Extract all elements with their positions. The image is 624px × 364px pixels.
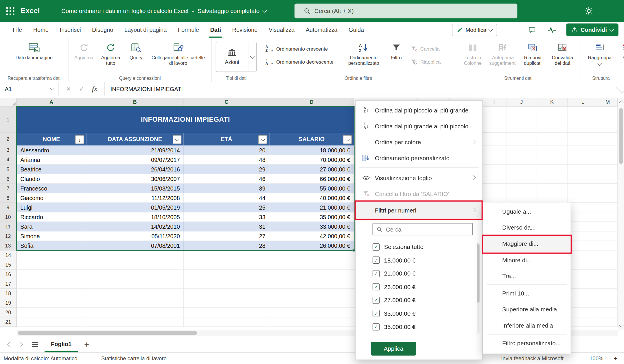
filter-list-scrollbar-thumb[interactable]	[477, 244, 480, 303]
cell-B11[interactable]: 14/02/2010	[86, 222, 184, 232]
submenu-item-tra[interactable]: Tra...	[483, 268, 571, 284]
cell-M16[interactable]	[598, 270, 618, 279]
filter-value-item[interactable]: 35.000,00 €	[373, 320, 475, 333]
checkbox-checked-icon[interactable]	[373, 323, 380, 330]
document-title[interactable]: Come ordinare i dati in un foglio di cal…	[61, 8, 266, 14]
cell-C7[interactable]: 39	[184, 184, 270, 193]
row-header-4[interactable]: 4	[0, 155, 17, 165]
row-header-8[interactable]: 8	[0, 193, 17, 203]
submenu-item-filtro-personalizzato[interactable]: Filtro personalizzato...	[483, 335, 571, 351]
cell-M20[interactable]	[598, 308, 618, 317]
cell-C13[interactable]: 28	[184, 241, 270, 251]
column-filter-button-salario[interactable]	[343, 135, 352, 144]
workbook-links-button[interactable]: Collegamenti alle cartelle di lavoro	[148, 40, 209, 67]
table-header-età[interactable]: ETÀ	[184, 133, 270, 145]
cell-L14[interactable]	[568, 251, 598, 260]
menu-number-filters[interactable]: Filtri per numeri	[356, 202, 482, 218]
cell-J3[interactable]	[507, 145, 537, 155]
cell-I7[interactable]	[481, 184, 507, 193]
next-sheet-icon[interactable]	[19, 342, 23, 347]
app-launcher-icon[interactable]	[6, 7, 14, 15]
cell-C10[interactable]: 33	[184, 213, 270, 222]
scroll-up-icon[interactable]	[619, 100, 624, 105]
cell-D3[interactable]: 18.000,00 €	[269, 145, 354, 155]
cell-K7[interactable]	[536, 184, 568, 193]
cell-L18[interactable]	[568, 289, 598, 298]
cell-D19[interactable]	[269, 298, 354, 308]
cell-B20[interactable]	[86, 308, 184, 317]
sort-descending-button[interactable]: ZA↓ Ordinamento decrescente	[264, 57, 343, 67]
cell-D11[interactable]: 33.000,00 €	[269, 222, 354, 232]
column-header-M[interactable]: M	[598, 98, 618, 106]
ribbon-tab-formule[interactable]: Formule	[172, 22, 205, 38]
cell-L7[interactable]	[568, 184, 598, 193]
cell-B12[interactable]: 05/11/2020	[86, 232, 184, 241]
settings-gear-icon[interactable]	[584, 6, 594, 16]
cell-D20[interactable]	[269, 308, 354, 317]
cell-L16[interactable]	[568, 270, 598, 279]
insert-function-icon[interactable]: fx	[92, 85, 97, 93]
submenu-item-diverso-da[interactable]: Diverso da...	[483, 219, 571, 236]
cell-C6[interactable]: 46	[184, 174, 270, 184]
cell-D4[interactable]: 70.000,00 €	[269, 155, 354, 165]
cell-M12[interactable]	[598, 232, 618, 241]
row-header-11[interactable]: 11	[0, 222, 17, 232]
confirm-entry-icon[interactable]: ✓	[79, 85, 84, 93]
cell-L13[interactable]	[568, 241, 598, 251]
cell-M9[interactable]	[598, 203, 618, 213]
cell-M5[interactable]	[598, 165, 618, 174]
cell-I2[interactable]	[481, 133, 507, 145]
cell-D12[interactable]: 42.000,00 €	[269, 232, 354, 241]
column-header-C[interactable]: C	[184, 98, 270, 106]
previous-sheet-icon[interactable]	[7, 342, 12, 347]
cell-K2[interactable]	[536, 133, 568, 145]
cell-A7[interactable]: Francesco	[17, 184, 86, 193]
cell-C17[interactable]	[184, 279, 270, 289]
cell-I4[interactable]	[481, 155, 507, 165]
menu-sort-descending[interactable]: ZA↓ Ordina dal più grande al più piccolo	[356, 118, 482, 134]
table-title-cell[interactable]: INFORMAZIONI IMPIEGATI	[17, 107, 354, 133]
cell-A9[interactable]: Luigi	[17, 203, 86, 213]
cell-B16[interactable]	[86, 270, 184, 279]
data-validation-button[interactable]: Convalida dei dati	[547, 40, 578, 67]
cell-A12[interactable]: Simona	[17, 232, 86, 241]
ribbon-tab-guida[interactable]: Guida	[343, 22, 370, 38]
filter-value-select-all[interactable]: Seleziona tutto	[373, 240, 475, 254]
row-header-7[interactable]: 7	[0, 184, 17, 193]
cell-L9[interactable]	[568, 203, 598, 213]
cell-D10[interactable]: 35.000,00 €	[269, 213, 354, 222]
ribbon-tab-home[interactable]: Home	[27, 22, 54, 38]
cell-A15[interactable]	[17, 260, 86, 270]
cell-B10[interactable]: 18/10/2005	[86, 213, 184, 222]
activity-button[interactable]	[546, 24, 558, 36]
row-header-10[interactable]: 10	[0, 213, 17, 222]
ribbon-tab-revisione[interactable]: Revisione	[227, 22, 263, 38]
cell-D18[interactable]	[269, 289, 354, 298]
cell-L19[interactable]	[568, 298, 598, 308]
vertical-scrollbar[interactable]	[618, 98, 624, 330]
column-filter-button-data-assunzione[interactable]	[173, 135, 181, 144]
cell-K1[interactable]	[536, 107, 568, 133]
calc-mode-status[interactable]: Modalità di calcolo: Automatico	[3, 356, 77, 362]
cell-K6[interactable]	[536, 174, 568, 184]
cell-M3[interactable]	[598, 145, 618, 155]
column-header-J[interactable]: J	[507, 98, 537, 106]
cell-A10[interactable]: Riccardo	[17, 213, 86, 222]
horizontal-scrollbar-thumb[interactable]	[18, 331, 197, 335]
cell-L2[interactable]	[568, 133, 598, 145]
cell-M15[interactable]	[598, 260, 618, 270]
cell-C12[interactable]: 27	[184, 232, 270, 241]
cell-L20[interactable]	[568, 308, 598, 317]
cell-D16[interactable]	[269, 270, 354, 279]
cell-A8[interactable]: Giacomo	[17, 193, 86, 203]
ribbon-tab-disegno[interactable]: Disegno	[86, 22, 119, 38]
cell-M19[interactable]	[598, 298, 618, 308]
checkbox-checked-icon[interactable]	[373, 243, 380, 251]
cell-K5[interactable]	[536, 165, 568, 174]
cell-B19[interactable]	[86, 298, 184, 308]
cell-B7[interactable]: 15/03/2015	[86, 184, 184, 193]
cell-A18[interactable]	[17, 289, 86, 298]
checkbox-checked-icon[interactable]	[373, 270, 380, 277]
filter-list-scrollbar[interactable]	[477, 242, 480, 334]
cell-D13[interactable]: 26.000,00 €	[269, 241, 354, 251]
